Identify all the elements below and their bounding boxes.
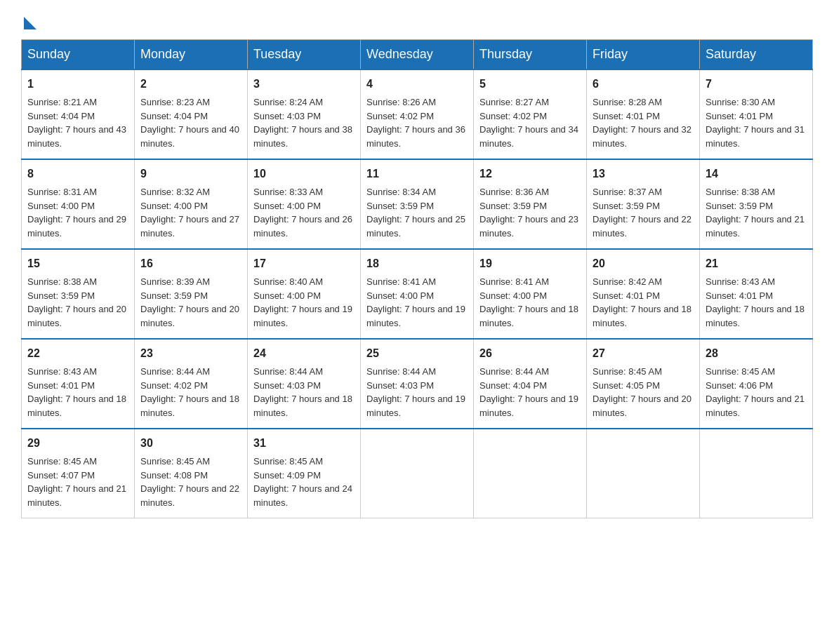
day-info: Sunrise: 8:43 AMSunset: 4:01 PMDaylight:… [27,366,126,418]
calendar-cell: 23 Sunrise: 8:44 AMSunset: 4:02 PMDaylig… [135,339,248,429]
day-info: Sunrise: 8:31 AMSunset: 4:00 PMDaylight:… [27,187,126,239]
weekday-header-tuesday: Tuesday [248,40,361,70]
day-info: Sunrise: 8:38 AMSunset: 3:59 PMDaylight:… [706,187,805,239]
day-number: 18 [366,255,468,272]
day-info: Sunrise: 8:36 AMSunset: 3:59 PMDaylight:… [479,187,578,239]
day-number: 11 [366,166,468,182]
week-row-1: 1 Sunrise: 8:21 AMSunset: 4:04 PMDayligh… [22,69,813,159]
day-info: Sunrise: 8:45 AMSunset: 4:06 PMDaylight:… [706,366,805,418]
day-info: Sunrise: 8:27 AMSunset: 4:02 PMDaylight:… [479,97,578,149]
day-info: Sunrise: 8:43 AMSunset: 4:01 PMDaylight:… [706,276,805,328]
day-info: Sunrise: 8:45 AMSunset: 4:09 PMDaylight:… [253,456,352,508]
weekday-header-wednesday: Wednesday [361,40,474,70]
day-info: Sunrise: 8:44 AMSunset: 4:03 PMDaylight:… [253,366,352,418]
day-info: Sunrise: 8:28 AMSunset: 4:01 PMDaylight:… [593,97,691,149]
day-number: 24 [253,345,355,362]
week-row-4: 22 Sunrise: 8:43 AMSunset: 4:01 PMDaylig… [22,339,813,429]
calendar-cell: 11 Sunrise: 8:34 AMSunset: 3:59 PMDaylig… [361,159,474,249]
day-info: Sunrise: 8:42 AMSunset: 4:01 PMDaylight:… [593,276,691,328]
calendar-cell: 28 Sunrise: 8:45 AMSunset: 4:06 PMDaylig… [700,339,813,429]
day-number: 8 [27,166,128,182]
calendar-cell: 21 Sunrise: 8:43 AMSunset: 4:01 PMDaylig… [700,249,813,339]
weekday-header-thursday: Thursday [474,40,587,70]
day-info: Sunrise: 8:23 AMSunset: 4:04 PMDaylight:… [140,97,239,149]
day-number: 3 [253,76,355,93]
day-info: Sunrise: 8:34 AMSunset: 3:59 PMDaylight:… [366,187,465,239]
day-info: Sunrise: 8:38 AMSunset: 3:59 PMDaylight:… [27,276,126,328]
calendar-cell: 12 Sunrise: 8:36 AMSunset: 3:59 PMDaylig… [474,159,587,249]
day-number: 9 [140,166,241,182]
calendar-cell: 3 Sunrise: 8:24 AMSunset: 4:03 PMDayligh… [248,69,361,159]
calendar-cell: 9 Sunrise: 8:32 AMSunset: 4:00 PMDayligh… [135,159,248,249]
logo-arrow-icon [24,17,37,29]
calendar-cell: 26 Sunrise: 8:44 AMSunset: 4:04 PMDaylig… [474,339,587,429]
day-number: 6 [593,76,694,93]
day-number: 16 [140,255,241,272]
calendar-cell: 24 Sunrise: 8:44 AMSunset: 4:03 PMDaylig… [248,339,361,429]
weekday-header-monday: Monday [135,40,248,70]
logo [21,14,37,25]
day-number: 1 [27,76,128,93]
calendar-cell [587,429,700,518]
day-info: Sunrise: 8:45 AMSunset: 4:08 PMDaylight:… [140,456,239,508]
calendar-cell: 31 Sunrise: 8:45 AMSunset: 4:09 PMDaylig… [248,429,361,518]
day-number: 21 [706,255,807,272]
day-info: Sunrise: 8:45 AMSunset: 4:07 PMDaylight:… [27,456,126,508]
calendar-cell: 27 Sunrise: 8:45 AMSunset: 4:05 PMDaylig… [587,339,700,429]
calendar-cell: 25 Sunrise: 8:44 AMSunset: 4:03 PMDaylig… [361,339,474,429]
calendar-cell: 13 Sunrise: 8:37 AMSunset: 3:59 PMDaylig… [587,159,700,249]
day-info: Sunrise: 8:24 AMSunset: 4:03 PMDaylight:… [253,97,352,149]
weekday-header-friday: Friday [587,40,700,70]
day-info: Sunrise: 8:44 AMSunset: 4:04 PMDaylight:… [479,366,578,418]
page-header [21,14,813,25]
day-number: 15 [27,255,128,272]
calendar-table: SundayMondayTuesdayWednesdayThursdayFrid… [21,39,813,518]
day-number: 25 [366,345,468,362]
calendar-cell: 1 Sunrise: 8:21 AMSunset: 4:04 PMDayligh… [22,69,135,159]
calendar-cell: 19 Sunrise: 8:41 AMSunset: 4:00 PMDaylig… [474,249,587,339]
calendar-cell: 8 Sunrise: 8:31 AMSunset: 4:00 PMDayligh… [22,159,135,249]
calendar-cell: 14 Sunrise: 8:38 AMSunset: 3:59 PMDaylig… [700,159,813,249]
day-info: Sunrise: 8:32 AMSunset: 4:00 PMDaylight:… [140,187,239,239]
day-number: 29 [27,435,128,452]
day-number: 31 [253,435,355,452]
week-row-3: 15 Sunrise: 8:38 AMSunset: 3:59 PMDaylig… [22,249,813,339]
calendar-cell: 7 Sunrise: 8:30 AMSunset: 4:01 PMDayligh… [700,69,813,159]
calendar-cell: 29 Sunrise: 8:45 AMSunset: 4:07 PMDaylig… [22,429,135,518]
weekday-header-row: SundayMondayTuesdayWednesdayThursdayFrid… [22,40,813,70]
day-number: 17 [253,255,355,272]
day-info: Sunrise: 8:30 AMSunset: 4:01 PMDaylight:… [706,97,805,149]
day-number: 12 [479,166,581,182]
calendar-cell [700,429,813,518]
calendar-cell: 15 Sunrise: 8:38 AMSunset: 3:59 PMDaylig… [22,249,135,339]
calendar-cell: 22 Sunrise: 8:43 AMSunset: 4:01 PMDaylig… [22,339,135,429]
day-number: 14 [706,166,807,182]
calendar-cell: 5 Sunrise: 8:27 AMSunset: 4:02 PMDayligh… [474,69,587,159]
week-row-5: 29 Sunrise: 8:45 AMSunset: 4:07 PMDaylig… [22,429,813,518]
calendar-cell: 30 Sunrise: 8:45 AMSunset: 4:08 PMDaylig… [135,429,248,518]
day-info: Sunrise: 8:39 AMSunset: 3:59 PMDaylight:… [140,276,239,328]
day-number: 22 [27,345,128,362]
day-number: 4 [366,76,468,93]
day-number: 23 [140,345,241,362]
day-number: 26 [479,345,581,362]
day-info: Sunrise: 8:21 AMSunset: 4:04 PMDaylight:… [27,97,126,149]
calendar-cell: 20 Sunrise: 8:42 AMSunset: 4:01 PMDaylig… [587,249,700,339]
day-number: 28 [706,345,807,362]
day-info: Sunrise: 8:40 AMSunset: 4:00 PMDaylight:… [253,276,352,328]
weekday-header-saturday: Saturday [700,40,813,70]
day-info: Sunrise: 8:37 AMSunset: 3:59 PMDaylight:… [593,187,691,239]
day-number: 30 [140,435,241,452]
calendar-cell: 16 Sunrise: 8:39 AMSunset: 3:59 PMDaylig… [135,249,248,339]
day-info: Sunrise: 8:41 AMSunset: 4:00 PMDaylight:… [479,276,578,328]
day-info: Sunrise: 8:45 AMSunset: 4:05 PMDaylight:… [593,366,691,418]
day-info: Sunrise: 8:44 AMSunset: 4:02 PMDaylight:… [140,366,239,418]
day-number: 27 [593,345,694,362]
day-number: 10 [253,166,355,182]
day-number: 20 [593,255,694,272]
day-info: Sunrise: 8:26 AMSunset: 4:02 PMDaylight:… [366,97,465,149]
calendar-cell: 17 Sunrise: 8:40 AMSunset: 4:00 PMDaylig… [248,249,361,339]
week-row-2: 8 Sunrise: 8:31 AMSunset: 4:00 PMDayligh… [22,159,813,249]
calendar-cell [361,429,474,518]
calendar-cell: 4 Sunrise: 8:26 AMSunset: 4:02 PMDayligh… [361,69,474,159]
